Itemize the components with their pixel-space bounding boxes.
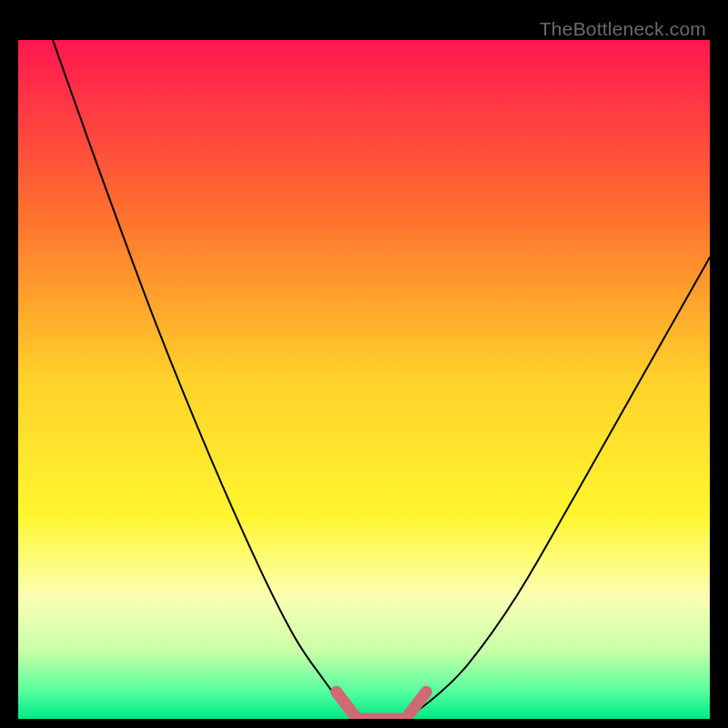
chart-svg bbox=[18, 40, 710, 719]
watermark-text: TheBottleneck.com bbox=[540, 18, 706, 40]
chart-frame: TheBottleneck.com bbox=[18, 18, 710, 719]
chart-plot-area bbox=[18, 40, 710, 719]
gradient-background bbox=[18, 40, 710, 719]
